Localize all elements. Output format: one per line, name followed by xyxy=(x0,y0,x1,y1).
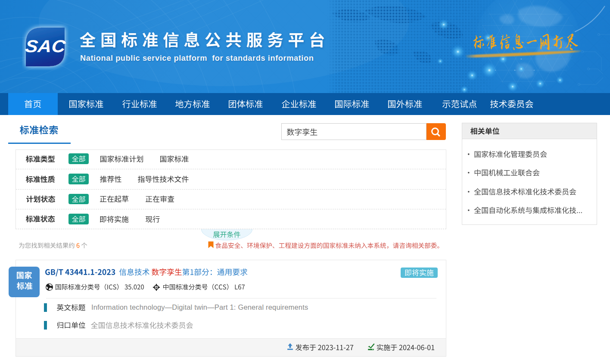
svg-text:SAC: SAC xyxy=(24,37,67,56)
